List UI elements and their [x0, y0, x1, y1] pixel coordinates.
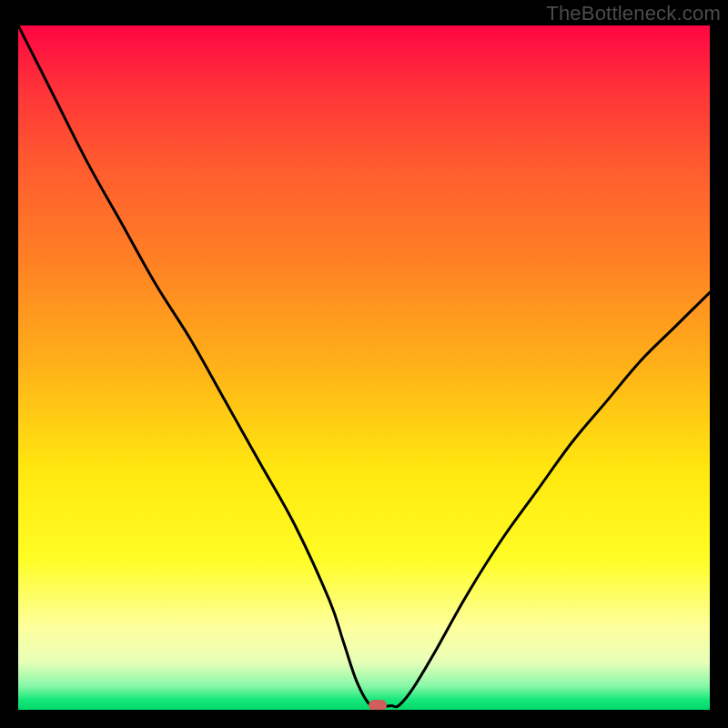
optimal-point-marker — [369, 700, 387, 710]
plot-area — [18, 25, 710, 710]
watermark-text: TheBottleneck.com — [546, 2, 721, 25]
bottleneck-curve — [18, 25, 710, 710]
